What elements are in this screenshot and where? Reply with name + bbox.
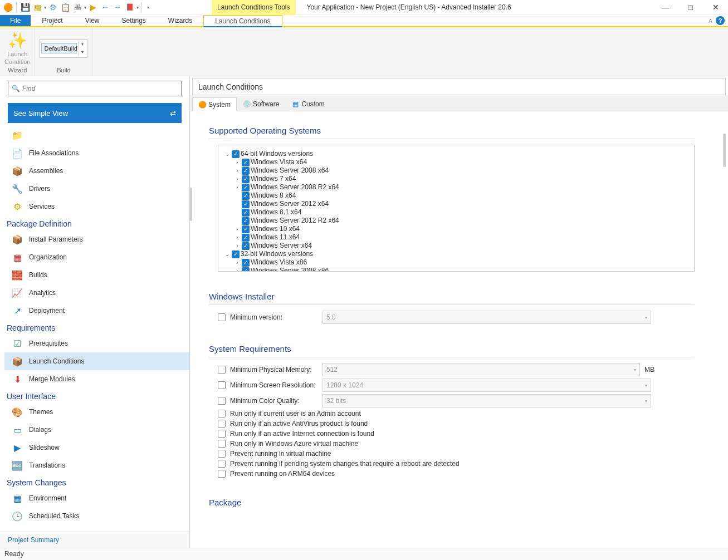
nav-item-launch-conditions[interactable]: 📦Launch Conditions [4, 352, 189, 370]
checkbox-checked-icon[interactable]: ✓ [232, 150, 240, 158]
checkbox-min-version[interactable] [218, 313, 226, 321]
tab-system[interactable]: 🟠System [192, 97, 237, 111]
nav-item-dialogs[interactable]: ▭Dialogs [4, 421, 189, 439]
input-min-color[interactable]: 32 bits▾ [323, 394, 651, 407]
build-dropdown-icon[interactable]: ▾ [78, 41, 86, 48]
build-icon[interactable]: ⚙ [47, 2, 58, 13]
expander-icon[interactable]: › [234, 233, 241, 242]
content-splitter[interactable] [723, 134, 726, 167]
checkbox-checked-icon[interactable]: ✓ [242, 234, 250, 242]
content-panel: Launch Conditions 🟠System 💿Software ▦Cus… [190, 76, 728, 548]
nav-item-environment[interactable]: ▦Environment [4, 489, 189, 507]
checkbox-checked-icon[interactable]: ✓ [242, 167, 250, 175]
tab-custom[interactable]: ▦Custom [285, 97, 330, 111]
minimize-button[interactable]: — [653, 0, 678, 15]
checkbox-checked-icon[interactable]: ✓ [242, 200, 250, 208]
simple-view-toggle[interactable]: See Simple View ⇄ [8, 103, 182, 123]
nav-item-prerequisites[interactable]: ☑Prerequisites [4, 335, 189, 352]
input-min-version[interactable]: 5.0▾ [323, 311, 651, 324]
expander-icon[interactable]: › [234, 258, 241, 267]
copy-icon[interactable]: 📋 [60, 2, 71, 13]
nav-item-slideshow[interactable]: ▶Slideshow [4, 439, 189, 456]
search-box[interactable]: 🔍 [8, 81, 182, 96]
os-tree[interactable]: ⌄✓64-bit Windows versions ›✓Windows Vist… [218, 145, 695, 272]
checkbox-checked-icon[interactable]: ✓ [242, 175, 250, 183]
input-min-resolution[interactable]: 1280 x 1024▾ [323, 379, 651, 392]
checkbox-prevent-vm[interactable] [218, 450, 226, 458]
build-dropdown2-icon[interactable]: ▾ [78, 48, 86, 56]
nav-item-deployment[interactable]: ↗Deployment [4, 302, 189, 320]
checkbox-admin[interactable] [218, 410, 226, 417]
checkbox-checked-icon[interactable]: ✓ [232, 250, 240, 258]
checkbox-azure[interactable] [218, 440, 226, 448]
build-select-box[interactable]: DefaultBuild ▾ ▾ [40, 39, 87, 58]
checkbox-prevent-arm[interactable] [218, 470, 226, 478]
back-icon[interactable]: ← [100, 2, 111, 13]
help-icon[interactable]: ? [716, 16, 725, 25]
app-logo-icon[interactable]: 🟠 [2, 2, 13, 13]
expander-icon[interactable]: › [234, 175, 241, 183]
run-icon[interactable]: ▶ [87, 2, 99, 13]
checkbox-checked-icon[interactable]: ✓ [242, 159, 250, 166]
menu-launch-conditions[interactable]: Launch Conditions [203, 15, 282, 27]
package-icon[interactable]: ▦ [32, 2, 43, 13]
tab-software[interactable]: 💿Software [237, 97, 285, 111]
nav-item-organization[interactable]: ▦Organization [4, 248, 189, 266]
menu-file[interactable]: File [0, 15, 31, 26]
expander-icon[interactable]: ⌄ [224, 250, 231, 258]
nav-item-assemblies[interactable]: 📦Assemblies [4, 162, 189, 180]
checkbox-checked-icon[interactable]: ✓ [242, 192, 250, 200]
nav-item-analytics[interactable]: 📈Analytics [4, 284, 189, 302]
nav-item-merge-modules[interactable]: ⬇Merge Modules [4, 370, 189, 388]
checkbox-checked-icon[interactable]: ✓ [242, 209, 250, 217]
nav-item-install-parameters[interactable]: 📦Install Parameters [4, 230, 189, 248]
checkbox-checked-icon[interactable]: ✓ [242, 267, 250, 272]
checkbox-checked-icon[interactable]: ✓ [242, 242, 250, 250]
menu-view[interactable]: View [74, 15, 111, 26]
save-icon[interactable]: 💾 [19, 2, 31, 13]
nav-item-scheduled-tasks[interactable]: 🕒Scheduled Tasks [4, 507, 189, 525]
print-icon[interactable]: 🖶 [72, 2, 83, 13]
expander-icon[interactable]: › [234, 183, 241, 191]
nav-item-truncated[interactable]: 📁 [4, 126, 189, 144]
search-input[interactable] [22, 85, 178, 92]
checkbox-min-memory[interactable] [218, 366, 226, 374]
nav-item-file-associations[interactable]: 📄File Associations [4, 144, 189, 162]
menu-wizards[interactable]: Wizards [157, 15, 203, 26]
drivers-icon: 🔧 [11, 183, 23, 195]
menu-settings[interactable]: Settings [111, 15, 157, 26]
project-summary-link[interactable]: Project Summary [0, 532, 189, 548]
close-button[interactable]: ✕ [703, 0, 728, 15]
checkbox-prevent-reboot[interactable] [218, 460, 226, 468]
swap-icon: ⇄ [170, 109, 176, 117]
maximize-button[interactable]: □ [678, 0, 703, 15]
checkbox-min-resolution[interactable] [218, 381, 226, 389]
expander-icon[interactable]: ⌄ [224, 150, 231, 158]
nav-item-services[interactable]: ⚙Services [4, 198, 189, 215]
forward-icon[interactable]: → [112, 2, 123, 13]
expander-icon[interactable]: › [234, 267, 241, 272]
checkbox-min-color[interactable] [218, 397, 226, 405]
expander-icon[interactable]: › [234, 158, 241, 166]
search-icon: 🔍 [12, 85, 20, 92]
expander-icon[interactable]: › [234, 242, 241, 250]
expander-icon[interactable]: › [234, 225, 241, 233]
checkbox-antivirus[interactable] [218, 420, 226, 428]
checkbox-checked-icon[interactable]: ✓ [242, 184, 250, 191]
nav-item-builds[interactable]: 🧱Builds [4, 266, 189, 284]
checkbox-internet[interactable] [218, 430, 226, 438]
checkbox-checked-icon[interactable]: ✓ [242, 217, 250, 225]
pdf-icon[interactable]: 📕 [124, 2, 135, 13]
input-min-memory[interactable]: 512▾ [323, 363, 640, 376]
checkbox-checked-icon[interactable]: ✓ [242, 225, 250, 233]
expander-icon[interactable]: › [234, 166, 241, 175]
nav-item-drivers[interactable]: 🔧Drivers [4, 180, 189, 198]
nav-section-requirements: Requirements [4, 320, 189, 335]
menu-project[interactable]: Project [31, 15, 74, 26]
ribbon-toggle-icon[interactable]: ᐱ [709, 18, 712, 24]
quick-access-dropdown[interactable]: ▾ [145, 5, 152, 10]
nav-item-themes[interactable]: 🎨Themes [4, 403, 189, 421]
nav-item-translations[interactable]: 🔤Translations [4, 456, 189, 474]
launch-condition-wizard-button[interactable]: ✨ Launch Condition [4, 32, 30, 65]
checkbox-checked-icon[interactable]: ✓ [242, 259, 250, 267]
